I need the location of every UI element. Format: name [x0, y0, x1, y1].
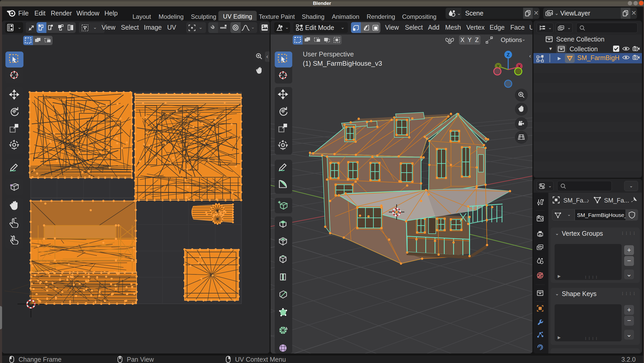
svg-text:Z: Z	[507, 52, 510, 57]
